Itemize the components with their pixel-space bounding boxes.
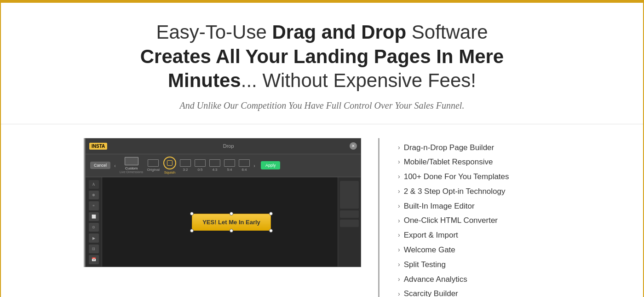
headline-minutes: Minutes xyxy=(168,70,241,91)
sw-sb-icon-6: ▶ xyxy=(89,233,99,242)
software-screenshot: INSTA Drop ✕ Cancel ‹ Custom Live Dimens… xyxy=(85,138,361,267)
sw-cancel-btn[interactable]: Cancel xyxy=(90,162,110,169)
feature-label-11: Scarcity Builder xyxy=(404,288,458,297)
bullet-6: › xyxy=(398,216,400,226)
content-section: INSTA Drop ✕ Cancel ‹ Custom Live Dimens… xyxy=(1,124,643,297)
feature-item-4: › 2 & 3 Step Opt-in Technology xyxy=(398,184,643,199)
bullet-8: › xyxy=(398,245,400,255)
sw-canvas: A ⊕ ≡ ⬜ ⊙ ▶ ⊡ 📅 xyxy=(86,177,361,267)
bullet-10: › xyxy=(398,275,400,284)
subheadline: And Unlike Our Competition You Have Full… xyxy=(47,100,597,111)
feature-item-10: › Advance Analytics xyxy=(398,272,643,287)
bullet-5: › xyxy=(398,202,400,211)
bullet-3: › xyxy=(398,172,400,181)
handle-tm xyxy=(230,212,233,215)
sw-cta-wrapper: YES! Let Me In Early xyxy=(102,177,361,267)
sw-nav-right[interactable]: › xyxy=(253,162,255,169)
sw-crop-circle xyxy=(163,157,176,169)
sw-size-original[interactable]: Original xyxy=(147,159,160,172)
headline-bold-1: Drag and Drop xyxy=(272,21,406,43)
sw-apply-btn[interactable]: Apply xyxy=(261,161,281,169)
bullet-9: › xyxy=(398,260,400,269)
sw-drop-label: Drop xyxy=(223,143,234,149)
headline-text-2: Software xyxy=(406,21,488,43)
sw-cta-btn[interactable]: YES! Let Me In Early xyxy=(192,214,271,231)
sw-size-5-4[interactable]: 5:4 xyxy=(224,159,235,172)
feature-label-2: Mobile/Tablet Responsive xyxy=(404,157,493,168)
headline-main: Easy-To-Use Drag and Drop Software Creat… xyxy=(47,20,597,93)
feature-item-3: › 100+ Done For You Templates xyxy=(398,169,643,184)
feature-item-2: › Mobile/Tablet Responsive xyxy=(398,155,643,169)
headline-line3-end: ... Without Expensive Fees! xyxy=(241,70,476,91)
feature-label-10: Advance Analytics xyxy=(404,274,467,285)
feature-label-9: Split Testing xyxy=(404,259,446,270)
handle-br xyxy=(269,229,273,233)
headline-text-1: Easy-To-Use xyxy=(156,21,272,43)
feature-item-7: › Export & Import xyxy=(398,228,643,243)
sw-logo: INSTA xyxy=(89,143,107,150)
sw-size-4-3[interactable]: 4:3 xyxy=(209,159,220,172)
feature-label-6: One-Click HTML Converter xyxy=(404,215,498,226)
feature-label-4: 2 & 3 Step Opt-in Technology xyxy=(404,186,506,197)
features-ul: › Drag-n-Drop Page Builder › Mobile/Tabl… xyxy=(398,140,643,297)
bullet-11: › xyxy=(398,290,400,297)
feature-item-11: › Scarcity Builder xyxy=(398,286,643,297)
sw-sb-icon-1: A xyxy=(89,180,99,189)
sw-custom-option: Custom Live Dimensions xyxy=(120,157,143,174)
headline-line2: Creates All Your Landing Pages In Mere xyxy=(140,46,504,67)
feature-label-7: Export & Import xyxy=(404,230,458,241)
feature-item-8: › Welcome Gate xyxy=(398,243,643,257)
vertical-divider xyxy=(378,138,380,297)
feature-label-5: Built-In Image Editor xyxy=(404,201,475,212)
sw-right-panel xyxy=(338,177,361,267)
sw-sb-icon-3: ≡ xyxy=(89,201,99,210)
sw-close-btn[interactable]: ✕ xyxy=(350,142,357,150)
feature-item-9: › Split Testing xyxy=(398,257,643,272)
feature-label-8: Welcome Gate xyxy=(404,245,455,256)
sw-toolbar: INSTA Drop ✕ xyxy=(86,139,361,154)
handle-tl xyxy=(190,212,194,215)
screenshot-container: INSTA Drop ✕ Cancel ‹ Custom Live Dimens… xyxy=(84,138,360,267)
sw-second-toolbar: Cancel ‹ Custom Live Dimensions Original xyxy=(86,154,361,177)
bullet-7: › xyxy=(398,231,400,240)
bullet-2: › xyxy=(398,157,400,167)
sw-nav-left[interactable]: ‹ xyxy=(114,162,116,169)
feature-item-1: › Drag-n-Drop Page Builder xyxy=(398,140,643,155)
sw-size-6-4[interactable]: 6:4 xyxy=(239,159,250,172)
sw-sb-icon-5: ⊙ xyxy=(89,223,99,232)
sw-size-squish[interactable]: Squish xyxy=(163,157,176,175)
sw-cta-selection[interactable]: YES! Let Me In Early xyxy=(192,214,271,231)
bullet-4: › xyxy=(398,187,400,196)
sw-sb-icon-4: ⬜ xyxy=(89,212,99,221)
handle-bm xyxy=(230,229,233,233)
sw-sb-icon-8: 📅 xyxy=(89,255,99,264)
sw-size-0-5[interactable]: 0:5 xyxy=(195,159,206,172)
sw-sb-icon-2: ⊕ xyxy=(89,191,99,199)
sw-sidebar: A ⊕ ≡ ⬜ ⊙ ▶ ⊡ 📅 xyxy=(86,177,102,267)
sw-size-3-2[interactable]: 3:2 xyxy=(180,159,191,172)
feature-label-3: 100+ Done For You Templates xyxy=(404,171,509,182)
feature-item-5: › Built-In Image Editor xyxy=(398,199,643,214)
features-list: › Drag-n-Drop Page Builder › Mobile/Tabl… xyxy=(398,138,643,297)
handle-tr xyxy=(269,212,273,215)
sw-crop-inner xyxy=(167,160,172,166)
bullet-1: › xyxy=(398,143,400,152)
handle-bl xyxy=(190,229,194,233)
page-wrapper: Easy-To-Use Drag and Drop Software Creat… xyxy=(0,0,644,297)
sw-sb-icon-7: ⊡ xyxy=(89,245,99,253)
header-section: Easy-To-Use Drag and Drop Software Creat… xyxy=(1,3,643,124)
feature-item-6: › One-Click HTML Converter xyxy=(398,213,643,228)
feature-label-1: Drag-n-Drop Page Builder xyxy=(404,142,494,153)
